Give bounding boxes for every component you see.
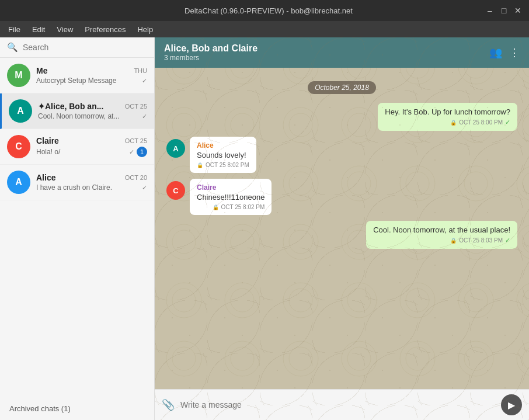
chat-time-me: THU: [134, 67, 147, 74]
date-divider: October 25, 2018: [166, 82, 517, 92]
chat-name-alice: Alice: [36, 173, 55, 182]
check-icon: ✓: [142, 113, 147, 120]
search-bar: 🔍: [0, 37, 154, 58]
chat-name-alice-bob: ✦Alice, Bob an...: [38, 102, 103, 111]
search-input[interactable]: [23, 43, 147, 52]
chat-time-alice-bob: OCT 25: [125, 103, 147, 110]
menubar-item-view[interactable]: View: [52, 24, 78, 35]
chat-name-claire: Claire: [36, 136, 59, 145]
minimize-button[interactable]: –: [485, 5, 495, 16]
message-input[interactable]: [180, 400, 495, 409]
msg-received-2: Claire Chinese!!!11oneone 🔒 OCT 25 8:02 …: [190, 179, 272, 215]
chat-preview-me: Autocrypt Setup Message: [36, 77, 140, 85]
msg-received-wrapper-2: C Claire Chinese!!!11oneone 🔒 OCT 25 8:0…: [166, 179, 517, 215]
close-button[interactable]: ✕: [513, 5, 523, 16]
search-icon: 🔍: [7, 42, 18, 53]
chat-preview-alice: I have a crush on Claire.: [36, 183, 140, 192]
chat-info-claire: Claire OCT 25 Hola! o/ ✓ 1: [36, 136, 147, 157]
send-button[interactable]: ▶: [501, 394, 522, 415]
titlebar-controls: – □ ✕: [485, 5, 523, 16]
msg-avatar-1: A: [166, 139, 185, 158]
msg-lock-icon-2: 🔒: [213, 204, 219, 210]
unread-badge-claire: 1: [137, 147, 147, 157]
chat-preview-alice-bob: Cool. Noon tomorrow, at...: [38, 112, 140, 120]
chat-time-claire: OCT 25: [125, 137, 147, 144]
msg-time-2: OCT 25 8:02 PM: [221, 204, 265, 210]
msg-sender-1: Alice: [197, 141, 249, 150]
msg-time-3: OCT 25 8:03 PM: [459, 237, 503, 244]
chat-header-name: Alice, Bob and Claire: [164, 43, 482, 54]
titlebar-title: DeltaChat (0.96.0-PREVIEW) - bob@librech…: [53, 6, 485, 15]
msg-time-1: OCT 25 8:02 PM: [206, 162, 249, 168]
date-divider-text: October 25, 2018: [308, 81, 376, 94]
avatar-me: M: [7, 64, 30, 87]
msg-received-wrapper-1: A Alice Sounds lovely! 🔒 OCT 25 8:02 PM: [166, 137, 517, 173]
titlebar: DeltaChat (0.96.0-PREVIEW) - bob@librech…: [0, 0, 529, 21]
msg-text-3: Cool. Noon tomorrow, at the usual place!: [373, 225, 510, 234]
msg-sent-3: Cool. Noon tomorrow, at the usual place!…: [366, 221, 517, 249]
chat-header-info: Alice, Bob and Claire 3 members: [164, 43, 482, 62]
chat-item-me[interactable]: M Me THU Autocrypt Setup Message ✓: [0, 58, 154, 93]
check-icon: ✓: [142, 184, 147, 192]
check-icon: ✓: [129, 148, 134, 156]
avatar-claire: C: [7, 135, 30, 158]
msg-time-0: OCT 25 8:00 PM: [459, 119, 503, 126]
group-members-icon[interactable]: 👥: [489, 46, 502, 59]
menubar-item-edit[interactable]: Edit: [27, 24, 50, 35]
avatar-alice-bob: A: [9, 99, 32, 123]
sidebar: 🔍 M Me THU Autocrypt Setup Message ✓ A ✦…: [0, 37, 155, 420]
msg-text-2: Chinese!!!11oneone: [197, 193, 264, 202]
chat-preview-claire: Hola! o/: [36, 148, 127, 156]
chat-item-alice-bob[interactable]: A ✦Alice, Bob an... OCT 25 Cool. Noon to…: [0, 93, 154, 129]
msg-lock-icon-0: 🔒: [450, 120, 457, 126]
msg-sender-2: Claire: [197, 183, 264, 192]
msg-text-0: Hey. It's Bob. Up for lunch tomorrow?: [385, 107, 510, 116]
msg-lock-icon-3: 🔒: [450, 238, 457, 244]
msg-sent-0: Hey. It's Bob. Up for lunch tomorrow? 🔒 …: [378, 103, 517, 131]
archived-chats-label[interactable]: Archived chats (1): [0, 397, 154, 420]
input-bar: 📎 ▶: [155, 389, 529, 420]
chat-name-me: Me: [36, 66, 47, 75]
menubar-item-file[interactable]: File: [4, 24, 25, 35]
chat-list: M Me THU Autocrypt Setup Message ✓ A ✦Al…: [0, 58, 154, 397]
chat-area: Alice, Bob and Claire 3 members 👥 ⋮ Octo…: [155, 37, 529, 420]
attach-icon[interactable]: 📎: [162, 398, 175, 411]
chat-header-icons: 👥 ⋮: [489, 46, 520, 59]
restore-button[interactable]: □: [499, 5, 509, 16]
menubar: FileEditViewPreferencesHelp: [0, 21, 529, 37]
msg-sent-wrapper: Cool. Noon tomorrow, at the usual place!…: [166, 221, 517, 249]
msg-check-${i}: ✓: [505, 237, 510, 244]
msg-avatar-2: C: [166, 181, 185, 200]
more-options-icon[interactable]: ⋮: [509, 46, 520, 59]
msg-text-1: Sounds lovely!: [197, 151, 249, 159]
msg-sent-wrapper: Hey. It's Bob. Up for lunch tomorrow? 🔒 …: [166, 103, 517, 131]
chat-header-members: 3 members: [164, 54, 482, 62]
chat-info-alice-bob: ✦Alice, Bob an... OCT 25 Cool. Noon tomo…: [38, 102, 147, 120]
msg-lock-icon-1: 🔒: [197, 162, 203, 168]
msg-check-${i}: ✓: [505, 119, 510, 126]
chat-time-alice: OCT 20: [125, 174, 147, 181]
chat-header: Alice, Bob and Claire 3 members 👥 ⋮: [155, 37, 529, 68]
menubar-item-help[interactable]: Help: [133, 24, 158, 35]
messages-area: October 25, 2018 Hey. It's Bob. Up for l…: [155, 68, 529, 389]
chat-info-me: Me THU Autocrypt Setup Message ✓: [36, 66, 147, 85]
chat-info-alice: Alice OCT 20 I have a crush on Claire. ✓: [36, 173, 147, 192]
chat-item-claire[interactable]: C Claire OCT 25 Hola! o/ ✓ 1: [0, 129, 154, 165]
avatar-alice: A: [7, 171, 30, 194]
msg-received-1: Alice Sounds lovely! 🔒 OCT 25 8:02 PM: [190, 137, 256, 173]
check-icon: ✓: [142, 77, 147, 85]
menubar-item-preferences[interactable]: Preferences: [80, 24, 130, 35]
main-container: 🔍 M Me THU Autocrypt Setup Message ✓ A ✦…: [0, 37, 529, 420]
chat-item-alice[interactable]: A Alice OCT 20 I have a crush on Claire.…: [0, 165, 154, 200]
